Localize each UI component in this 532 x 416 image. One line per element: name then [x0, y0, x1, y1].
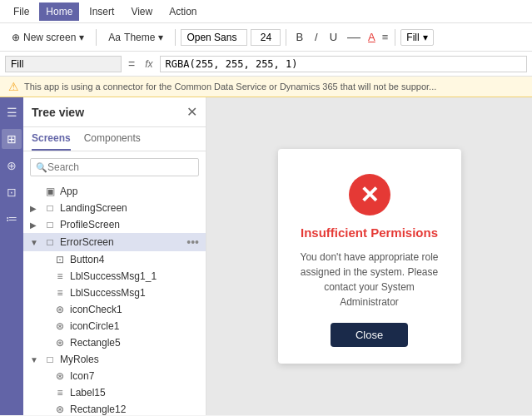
rect12-icon: ⊛ [53, 404, 67, 415]
tree-close-button[interactable]: ✕ [186, 104, 197, 120]
tree-item-button4[interactable]: ⊡ Button4 [23, 251, 206, 268]
icon7-icon: ⊛ [53, 370, 67, 382]
app-label: App [60, 186, 77, 197]
error-screen-label: ErrorScreen [60, 236, 114, 248]
tree-header: Tree view ✕ [23, 97, 206, 127]
app-preview-card: ✕ Insufficient Permisions You don't have… [278, 149, 461, 364]
sidebar-menu-icon[interactable]: ☰ [2, 102, 22, 122]
search-box: 🔍 [30, 158, 199, 176]
app-icon: ▣ [43, 186, 57, 197]
separator-2 [175, 29, 176, 46]
tree-item-rectangle5[interactable]: ⊛ Rectangle5 [23, 334, 206, 351]
fill-label: Fill [406, 32, 419, 43]
warning-icon: ⚠ [8, 80, 19, 93]
lbl1-icon: ≡ [53, 270, 67, 282]
error-message: You don't have appropriate role assigned… [295, 250, 445, 310]
myroles-icon: □ [43, 354, 57, 365]
error-x-icon: ✕ [360, 181, 379, 209]
landing-screen-label: LandingScreen [60, 202, 127, 214]
button4-label: Button4 [70, 254, 104, 265]
rect5-label: Rectangle5 [70, 337, 121, 349]
new-screen-chevron-icon: ▾ [79, 32, 84, 43]
menu-action[interactable]: Action [162, 2, 203, 21]
menu-bar: File Home Insert View Action [0, 0, 532, 23]
close-button[interactable]: Close [331, 323, 408, 347]
label15-label: Label15 [70, 387, 106, 399]
main-layout: ☰ ⊞ ⊕ ⊡ ≔ Tree view ✕ Screens Components… [0, 97, 532, 415]
separator-1 [96, 29, 97, 46]
tree-item-profile-screen[interactable]: ▶ □ ProfileScreen [23, 216, 206, 233]
formula-property-select[interactable] [5, 56, 122, 72]
formula-equals: = [125, 57, 138, 71]
error-circle: ✕ [349, 174, 390, 215]
sidebar-component-icon[interactable]: ⊡ [2, 182, 22, 202]
tab-screens[interactable]: Screens [32, 127, 71, 151]
tree-item-lbl-success-msg1[interactable]: ≡ LblSuccessMsg1 [23, 285, 206, 301]
icon-circle1-label: iconCircle1 [70, 320, 119, 332]
tree-item-icon7[interactable]: ⊛ Icon7 [23, 368, 206, 384]
theme-chevron-icon: ▾ [158, 32, 163, 43]
formula-fx-icon: fx [142, 58, 156, 70]
tree-content: ▣ App ▶ □ LandingScreen ▶ □ ProfileScree… [23, 183, 206, 415]
menu-home[interactable]: Home [39, 2, 79, 21]
theme-button[interactable]: Aa Theme ▾ [102, 29, 170, 46]
lbl1-label: LblSuccessMsg1_1 [70, 270, 157, 282]
search-icon: 🔍 [36, 162, 47, 173]
font-size-input[interactable] [251, 29, 281, 46]
menu-view[interactable]: View [124, 2, 159, 21]
rect12-label: Rectangle12 [70, 404, 126, 415]
icon7-label: Icon7 [70, 370, 94, 382]
separator-4 [395, 29, 395, 46]
myroles-label: MyRoles [60, 354, 99, 365]
underline-button[interactable]: U [326, 29, 341, 45]
tree-panel: Tree view ✕ Screens Components 🔍 ▣ App ▶… [23, 97, 206, 415]
formula-input[interactable] [160, 56, 527, 72]
strikethrough-icon: — [345, 30, 363, 45]
new-screen-button[interactable]: ⊕ New screen ▾ [5, 29, 91, 46]
label15-icon: ≡ [53, 387, 67, 399]
theme-icon: Aa [108, 32, 121, 43]
button4-icon: ⊡ [53, 254, 67, 265]
tree-item-rectangle12[interactable]: ⊛ Rectangle12 [23, 401, 206, 415]
icon-check1-icon: ⊛ [53, 304, 67, 315]
landing-chevron-icon: ▶ [30, 204, 40, 213]
myroles-chevron-icon: ▼ [30, 355, 40, 364]
landing-screen-icon: □ [43, 202, 57, 214]
tree-item-icon-check1[interactable]: ⊛ iconCheck1 [23, 301, 206, 318]
sidebar-add-icon[interactable]: ⊕ [2, 156, 22, 176]
search-input[interactable] [47, 161, 193, 173]
tree-item-my-roles[interactable]: ▼ □ MyRoles [23, 351, 206, 368]
icon-check1-label: iconCheck1 [70, 304, 122, 315]
new-screen-icon: ⊕ [12, 32, 20, 43]
tree-view-title: Tree view [32, 106, 84, 119]
error-screen-icon: □ [43, 236, 57, 248]
tree-item-label15[interactable]: ≡ Label15 [23, 384, 206, 401]
bold-button[interactable]: B [291, 29, 307, 45]
sidebar-data-icon[interactable]: ≔ [2, 209, 22, 229]
tree-item-icon-circle1[interactable]: ⊛ iconCircle1 [23, 318, 206, 334]
sidebar-tree-icon[interactable]: ⊞ [2, 129, 22, 149]
font-name-input[interactable] [181, 29, 247, 46]
tree-item-app[interactable]: ▣ App [23, 183, 206, 200]
italic-button[interactable]: / [311, 29, 322, 45]
menu-insert[interactable]: Insert [82, 2, 121, 21]
error-screen-menu-icon[interactable]: ••• [186, 235, 199, 249]
tab-components[interactable]: Components [84, 127, 141, 151]
menu-file[interactable]: File [7, 2, 36, 21]
tree-tabs: Screens Components [23, 127, 206, 151]
tree-item-lbl-success-msg1-1[interactable]: ≡ LblSuccessMsg1_1 [23, 268, 206, 285]
lbl2-label: LblSuccessMsg1 [70, 287, 146, 299]
icon-circle1-icon: ⊛ [53, 320, 67, 332]
tree-item-error-screen[interactable]: ▼ □ ErrorScreen ••• [23, 233, 206, 251]
fill-button[interactable]: Fill ▾ [400, 29, 433, 46]
separator-3 [286, 29, 286, 46]
lbl2-icon: ≡ [53, 287, 67, 299]
font-color-icon: A [366, 31, 377, 43]
canvas-area: ✕ Insufficient Permisions You don't have… [206, 97, 532, 415]
warning-text: This app is using a connector for the Co… [24, 82, 436, 92]
error-chevron-icon: ▼ [30, 238, 40, 247]
formula-bar: = fx [0, 52, 532, 77]
tree-item-landing-screen[interactable]: ▶ □ LandingScreen [23, 200, 206, 216]
sidebar-icons: ☰ ⊞ ⊕ ⊡ ≔ [0, 97, 23, 415]
warning-bar: ⚠ This app is using a connector for the … [0, 77, 532, 97]
